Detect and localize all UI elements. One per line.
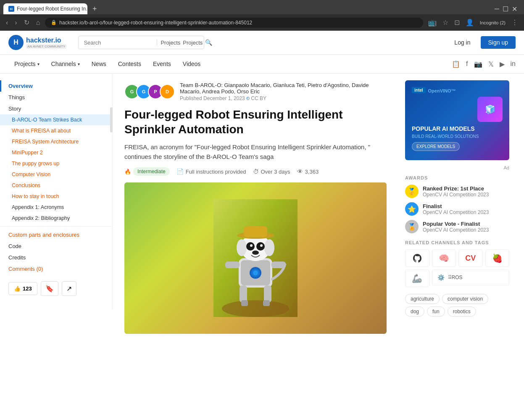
social-icons: 📋 f 📷 𝕏 ▶ in (452, 56, 516, 72)
award-gold-icon: 🥇 (405, 185, 419, 198)
sidebar-divider-1 (0, 226, 112, 227)
tag-fun[interactable]: fun (427, 306, 445, 317)
sidebar-item-comments[interactable]: Comments (0) (0, 263, 112, 275)
search-input[interactable] (84, 40, 154, 46)
svg-rect-9 (244, 226, 267, 237)
ad-subtitle: BUILD REAL-WORLD SOLUTIONS (412, 134, 503, 139)
maximize-button[interactable]: ☐ (503, 5, 508, 13)
ad-label: Ad (405, 165, 509, 170)
sidebar-scrollbar[interactable] (110, 107, 113, 132)
sidebar-item-custom-parts[interactable]: Custom parts and enclosures (0, 229, 112, 240)
close-button[interactable]: ✕ (512, 5, 517, 13)
sidebar-item-code[interactable]: Code (0, 240, 112, 252)
search-box[interactable]: Projects Projects 🔍 (78, 36, 204, 49)
facebook-icon[interactable]: f (466, 60, 468, 68)
twitter-icon[interactable]: 𝕏 (488, 60, 494, 68)
time-icon: ⏱ (253, 168, 259, 175)
nav-channels[interactable]: Channels ▾ (45, 55, 86, 73)
address-bar[interactable]: 🔒 hackster.io/b-arol-o/four-legged-robot… (45, 18, 423, 28)
channel-ros[interactable]: ⚙️ ⠿ROS (432, 269, 510, 285)
nav-contests[interactable]: Contests (112, 55, 147, 73)
sidebar-bottom-actions: 👍 123 🔖 ↗ (0, 275, 112, 303)
projects-dropdown-trigger[interactable]: Projects (157, 40, 180, 46)
nav-events[interactable]: Events (147, 55, 177, 73)
login-button[interactable]: Log in (449, 37, 475, 48)
channel-ai[interactable]: 🧠 (432, 249, 456, 267)
cast-icon[interactable]: 📺 (427, 17, 438, 28)
sidebar-item-things[interactable]: Things (0, 92, 112, 103)
sidebar-item-barol-strikes[interactable]: B-AROL-O Team Strikes Back (0, 114, 112, 125)
page-body: Overview Things Story B-AROL-O Team Stri… (0, 74, 524, 368)
menu-icon[interactable]: ⋮ (510, 17, 520, 28)
signup-button[interactable]: Sign up (481, 36, 516, 49)
home-button[interactable]: ⌂ (34, 17, 42, 28)
channel-raspberry[interactable]: 🍓 (485, 249, 510, 267)
sidebar-item-overview[interactable]: Overview (0, 80, 112, 92)
bookmark-icon: 🔖 (45, 285, 54, 292)
bookmark-button[interactable]: 🔖 (41, 281, 58, 296)
sidebar-item-appendix2[interactable]: Appendix 2: Bibliography (0, 213, 112, 224)
tag-dog[interactable]: dog (405, 306, 424, 317)
newsletter-icon[interactable]: 📋 (452, 60, 460, 68)
back-button[interactable]: ‹ (4, 17, 10, 28)
project-description: FREISA, an acronym for "Four-legged Robo… (124, 143, 387, 161)
sidebar-item-minipupper[interactable]: MiniPupper 2 (0, 147, 112, 158)
raspberry-icon: 🍓 (492, 253, 503, 263)
share-button[interactable]: ↗ (62, 281, 76, 296)
tag-agriculture[interactable]: agriculture (405, 294, 440, 304)
meta-views: 👁 3,363 (297, 168, 319, 175)
svg-point-6 (253, 270, 258, 275)
svg-point-16 (252, 251, 259, 255)
sidebar-item-appendix1[interactable]: Appendix 1: Acronyms (0, 202, 112, 213)
award-info-1: Ranked Prize: 1st Place OpenCV AI Compet… (423, 185, 489, 198)
profile-icon[interactable]: 👤 (464, 17, 476, 28)
svg-rect-17 (240, 285, 247, 302)
linkedin-icon[interactable]: in (511, 60, 516, 68)
tab-bar: H Four-legged Robot Ensuring In... ✕ + ─… (0, 0, 524, 14)
author-info: Team B-AROL-O: Gianpaolo Macario, Gianlu… (180, 82, 387, 101)
reload-button[interactable]: ↻ (22, 17, 31, 28)
sidebar-item-puppy-grows[interactable]: The puppy grows up (0, 158, 112, 169)
bookmark-star-icon[interactable]: ☆ (441, 17, 450, 28)
instagram-icon[interactable]: 📷 (474, 60, 482, 68)
sidebar-item-credits[interactable]: Credits (0, 252, 112, 263)
award-title-1: Ranked Prize: 1st Place (423, 185, 489, 192)
published-date: Published December 1, 2023 (180, 95, 245, 101)
meta-difficulty: 🔥 Intermediate (124, 167, 170, 176)
tag-computer-vision[interactable]: computer vision (442, 294, 488, 304)
minimize-button[interactable]: ─ (495, 5, 499, 13)
sidebar-item-stay-touch[interactable]: How to stay in touch (0, 191, 112, 202)
split-screen-icon[interactable]: ⊡ (453, 17, 461, 28)
search-icon[interactable]: 🔍 (205, 39, 212, 46)
award-blue-icon: ⭐ (405, 202, 419, 216)
ad-explore-button[interactable]: EXPLORE MODELS (412, 142, 460, 151)
nav-projects[interactable]: Projects ▾ (8, 55, 45, 73)
youtube-icon[interactable]: ▶ (500, 60, 505, 68)
site-header: H hackster.io AN AVNET COMMUNITY Project… (0, 31, 524, 55)
related-title: RELATED CHANNELS AND TAGS (405, 240, 509, 245)
award-sub-1: OpenCV AI Competition 2023 (423, 192, 489, 198)
channel-robot-arm[interactable]: 🦾 (405, 269, 429, 287)
logo-link[interactable]: H hackster.io AN AVNET COMMUNITY (8, 35, 66, 50)
forward-button[interactable]: › (13, 17, 18, 28)
main-content: G G P D Team B-AROL-O: Gianpaolo Macario… (113, 74, 398, 368)
nav-news[interactable]: News (86, 55, 112, 73)
sidebar-item-conclusions[interactable]: Conclusions (0, 180, 112, 191)
tag-robotics[interactable]: robotics (448, 306, 476, 317)
channel-github[interactable] (405, 249, 429, 267)
sidebar-item-freisa-about[interactable]: What is FREISA all about (0, 125, 112, 136)
active-tab[interactable]: H Four-legged Robot Ensuring In... ✕ (3, 3, 87, 14)
instructions-label: Full instructions provided (186, 169, 246, 175)
svg-point-14 (250, 244, 253, 247)
channel-opencv[interactable]: CV (458, 249, 483, 267)
new-tab-button[interactable]: + (89, 4, 100, 14)
nav-videos[interactable]: Videos (177, 55, 207, 73)
projects-label[interactable]: Projects (183, 40, 203, 46)
sidebar-wrapper: Overview Things Story B-AROL-O Team Stri… (0, 74, 113, 368)
sidebar-item-freisa-arch[interactable]: FREISA System Architecture (0, 136, 112, 147)
sidebar-item-computer-vision[interactable]: Computer Vision (0, 169, 112, 180)
like-button[interactable]: 👍 123 (8, 282, 37, 295)
url-text: hackster.io/b-arol-o/four-legged-robot-e… (59, 20, 417, 26)
difficulty-icon: 🔥 (124, 169, 131, 175)
sidebar-item-story[interactable]: Story (0, 103, 112, 114)
